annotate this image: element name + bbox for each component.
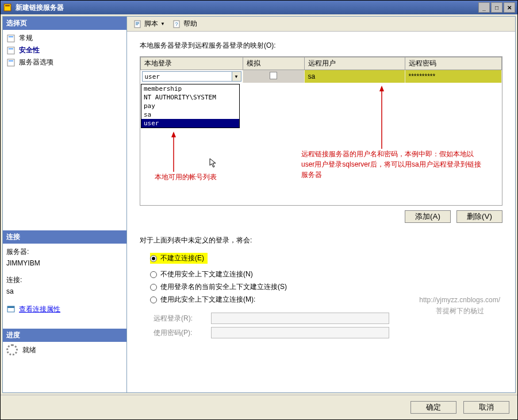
radio-icon xyxy=(150,271,157,278)
sidebar-item-server-options[interactable]: 服务器选项 xyxy=(6,56,123,68)
svg-rect-9 xyxy=(7,306,14,308)
server-label: 服务器: xyxy=(6,246,123,257)
combo-arrow-icon[interactable]: ▼ xyxy=(232,71,241,82)
annotation-arrow-left xyxy=(168,132,179,172)
svg-rect-6 xyxy=(7,59,14,66)
main-panel: 脚本 ▼ ? 帮助 本地服务器登录到远程服务器登录的映射(O): xyxy=(127,17,515,392)
sidebar: 选择页 常规 安全性 服务器选项 连接 xyxy=(3,17,127,392)
add-button[interactable]: 添加(A) xyxy=(405,210,451,223)
remote-user-cell[interactable]: sa xyxy=(304,70,405,83)
title-bar: 新建链接服务器 _ □ ✕ xyxy=(1,1,517,14)
svg-rect-7 xyxy=(9,60,13,61)
radio-no-security-context[interactable]: 不使用安全上下文建立连接(N) xyxy=(150,269,502,279)
connection-header: 连接 xyxy=(3,230,126,244)
mapping-table: 本地登录 模拟 远程用户 远程密码 ▼ xyxy=(140,56,502,206)
help-label: 帮助 xyxy=(183,19,197,29)
local-login-input[interactable] xyxy=(142,71,232,82)
minimize-button[interactable]: _ xyxy=(478,2,490,13)
annotation-arrow-right xyxy=(376,86,387,149)
nav-label: 安全性 xyxy=(19,45,40,55)
properties-icon xyxy=(6,305,16,314)
dropdown-option[interactable]: sa xyxy=(141,110,239,119)
dropdown-option[interactable]: membership xyxy=(141,84,239,93)
svg-marker-16 xyxy=(379,86,384,91)
radio-icon xyxy=(150,296,157,303)
sidebar-item-security[interactable]: 安全性 xyxy=(6,44,123,56)
svg-rect-3 xyxy=(9,36,13,37)
script-icon xyxy=(133,20,142,29)
page-icon xyxy=(6,46,16,55)
ok-button[interactable]: 确定 xyxy=(410,401,456,414)
remote-login-label: 远程登录(R): xyxy=(154,314,205,323)
svg-marker-14 xyxy=(171,132,176,137)
dropdown-option[interactable]: NT AUTHORITY\SYSTEM xyxy=(141,93,239,102)
svg-rect-5 xyxy=(9,48,13,49)
radio-label: 使用此安全上下文建立连接(M): xyxy=(160,295,255,305)
radio-no-connection[interactable]: 不建立连接(E) xyxy=(150,253,208,264)
dropdown-option-selected[interactable]: user xyxy=(141,119,239,128)
dialog-footer: 确定 取消 xyxy=(1,395,517,419)
col-impersonate: 模拟 xyxy=(243,57,304,70)
connection-value: sa xyxy=(6,286,123,297)
use-password-label: 使用密码(P): xyxy=(154,328,205,338)
script-label: 脚本 xyxy=(144,19,158,29)
col-remote-user: 远程用户 xyxy=(304,57,405,70)
local-login-dropdown[interactable]: membership NT AUTHORITY\SYSTEM pay sa us… xyxy=(141,84,240,128)
sidebar-item-general[interactable]: 常规 xyxy=(6,32,123,44)
remote-pwd-cell[interactable]: ********** xyxy=(405,70,502,83)
radio-label: 不使用安全上下文建立连接(N) xyxy=(160,269,253,279)
svg-rect-1 xyxy=(5,5,10,6)
annotation-right: 远程链接服务器的用户名和密码，本例中即：假如本地以user用户登录sqlserv… xyxy=(301,149,485,180)
server-value: JIMMYIBM xyxy=(6,257,123,269)
radio-current-security-context[interactable]: 使用登录名的当前安全上下文建立连接(S) xyxy=(150,282,502,292)
undefined-login-label: 对于上面列表中未定义的登录，将会: xyxy=(140,236,502,245)
window-title: 新建链接服务器 xyxy=(16,3,478,13)
page-icon xyxy=(6,58,16,67)
annotation-left: 本地可用的帐号列表 xyxy=(155,172,217,182)
status-text: 就绪 xyxy=(22,345,36,355)
svg-rect-4 xyxy=(7,47,14,54)
svg-rect-2 xyxy=(7,35,14,42)
delete-button[interactable]: 删除(V) xyxy=(456,210,502,223)
page-icon xyxy=(6,34,16,43)
radio-label: 使用登录名的当前安全上下文建立连接(S) xyxy=(160,282,287,292)
help-icon: ? xyxy=(172,20,181,29)
local-login-combo[interactable]: ▼ xyxy=(142,71,241,82)
script-button[interactable]: 脚本 ▼ xyxy=(131,18,167,30)
close-button[interactable]: ✕ xyxy=(504,2,515,13)
cursor-icon xyxy=(209,158,220,168)
dropdown-arrow-icon: ▼ xyxy=(160,21,165,26)
col-local-login: 本地登录 xyxy=(141,57,243,70)
select-page-header: 选择页 xyxy=(3,17,126,30)
svg-rect-0 xyxy=(4,4,11,11)
progress-header: 进度 xyxy=(3,329,126,342)
dropdown-option[interactable]: pay xyxy=(141,102,239,110)
maximize-button[interactable]: □ xyxy=(491,2,502,13)
use-password-input xyxy=(211,327,389,338)
col-remote-password: 远程密码 xyxy=(405,57,502,70)
impersonate-checkbox[interactable] xyxy=(270,72,277,79)
mapping-label: 本地服务器登录到远程服务器登录的映射(O): xyxy=(140,41,502,51)
svg-text:?: ? xyxy=(175,21,178,27)
help-button[interactable]: ? 帮助 xyxy=(170,18,199,30)
remote-login-input xyxy=(211,313,389,324)
spinner-icon xyxy=(6,344,18,356)
table-row[interactable]: ▼ sa ********** xyxy=(141,70,502,83)
watermark: http://yjmyzz.cnblogs.com/ 菩提树下的杨过 xyxy=(419,295,500,317)
cancel-button[interactable]: 取消 xyxy=(463,401,509,414)
toolbar: 脚本 ▼ ? 帮助 xyxy=(127,17,515,32)
radio-label: 不建立连接(E) xyxy=(160,253,204,263)
radio-icon xyxy=(150,284,157,291)
nav-label: 常规 xyxy=(19,33,33,43)
connection-label: 连接: xyxy=(6,274,123,286)
nav-label: 服务器选项 xyxy=(19,57,53,67)
view-connection-properties-link[interactable]: 查看连接属性 xyxy=(19,303,60,315)
radio-icon xyxy=(150,255,157,262)
svg-rect-10 xyxy=(135,21,140,28)
app-icon xyxy=(3,3,12,12)
